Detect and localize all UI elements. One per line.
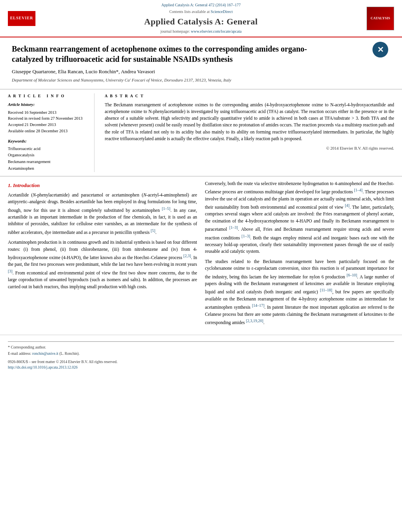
left-column: 1. Introduction Acetanilide (N-phenylace… [8,180,197,330]
received-date: Received 16 September 2013 [8,109,89,116]
catalysis-logo: CATALYSIS [367,7,394,30]
right-paragraph-2: The studies related to the Beckmann rear… [205,258,395,326]
sciencedirect-link[interactable]: ScienceDirect [211,9,233,14]
article-info-column: A R T I C L E I N F O Article history: R… [8,93,94,172]
history-label: Article history: [8,102,89,108]
doi-line: http://dx.doi.org/10.1016/j.apcata.2013.… [8,365,394,370]
homepage-url[interactable]: www.elsevier.com/locate/apcata [191,29,242,33]
accepted-date: Accepted 21 December 2013 [8,122,89,128]
intro-section-title: 1. Introduction [8,182,197,189]
journal-homepage: journal homepage: www.elsevier.com/locat… [43,29,359,35]
elsevier-logo-box: ELSEVIER [8,11,35,26]
received-revised-label: Received in revised form 27 November 201… [8,115,89,122]
keyword-3: Beckmann rearrangement [8,159,89,165]
footer-divider [8,341,394,342]
keywords-label: Keywords: [8,138,89,145]
main-content: 1. Introduction Acetanilide (N-phenylace… [0,176,402,334]
sciencedirect-line: Contents lists available at ScienceDirec… [43,9,359,15]
header-center: Applied Catalysis A: General 472 (2014) … [35,2,367,34]
article-info-heading: A R T I C L E I N F O [8,93,89,99]
doi-link[interactable]: http://dx.doi.org/10.1016/j.apcata.2013.… [8,365,78,369]
crossmark-icon: ✕ [372,42,388,57]
authors: Giuseppe Quartarone, Elia Rancan, Lucio … [12,68,371,76]
journal-title: Applied Catalysis A: General [43,15,359,28]
crossmark: ✕ [371,40,390,59]
elsevier-logo: ELSEVIER [8,11,35,26]
article-title: Beckmann rearrangement of acetophenone o… [12,44,307,64]
copyright-line: © 2014 Elsevier B.V. All rights reserved… [105,145,394,151]
keywords-list: Trifluoroacetic acid Organocatalysis Bec… [8,146,89,172]
right-paragraph-1: Conversely, both the route via selective… [205,180,395,255]
affiliation: Department of Molecular Sciences and Nan… [12,77,371,83]
top-header: ELSEVIER Applied Catalysis A: General 47… [0,0,402,37]
intro-paragraph-1: Acetanilide (N-phenylacetamide) and para… [8,192,197,236]
keyword-2: Organocatalysis [8,152,89,159]
abstract-text: The Beckmann rearrangement of acetopheno… [105,102,394,143]
keyword-4: Acetaminophen [8,165,89,172]
article-info-abstract: A R T I C L E I N F O Article history: R… [0,89,402,176]
corresponding-author-note: * Corresponding author. [8,344,394,350]
intro-paragraph-2: Acetaminophen production is in continuou… [8,239,197,290]
keyword-1: Trifluoroacetic acid [8,146,89,152]
right-column: Conversely, both the route via selective… [205,180,395,330]
available-date: Available online 28 December 2013 [8,128,89,134]
corresponding-note: * Corresponding author. E-mail address: … [8,344,394,356]
article-header: Beckmann rearrangement of acetophenone o… [0,37,402,89]
elsevier-label: ELSEVIER [10,15,33,21]
email-line: E-mail address: ronchin@unive.it (L. Ron… [8,351,394,356]
page-footer: * Corresponding author. E-mail address: … [0,335,402,373]
abstract-column: A B S T R A C T The Beckmann rearrangeme… [102,93,394,172]
issn-line: 0926-860X/$ – see front matter © 2014 El… [8,359,394,365]
abstract-heading: A B S T R A C T [105,93,394,99]
journal-top-line: Applied Catalysis A: General 472 (2014) … [43,2,359,8]
email-link[interactable]: ronchin@unive.it [32,352,59,356]
